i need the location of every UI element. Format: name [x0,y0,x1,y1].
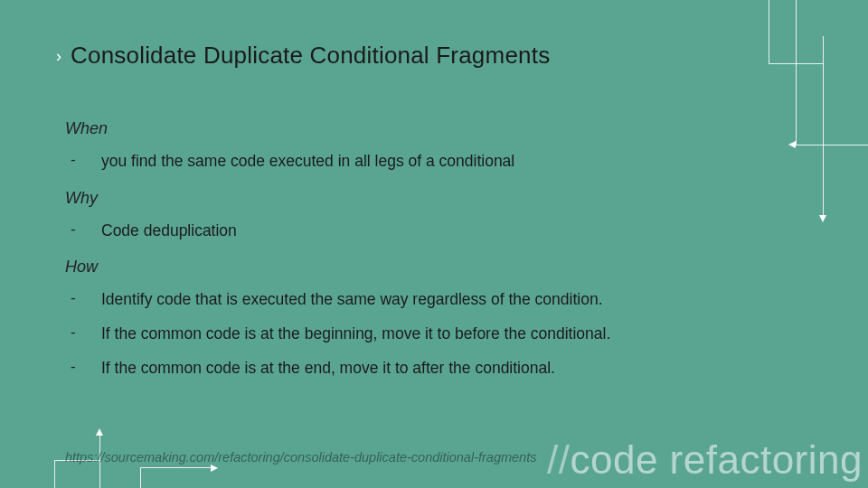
watermark: //code refactoring [547,437,863,483]
deco-line [769,0,769,63]
list-item-text: If the common code is at the beginning, … [101,324,610,345]
arrow-down-icon [819,215,826,222]
list-item-text: Identify code that is executed the same … [101,289,603,311]
dash-icon: - [71,221,80,242]
dash-icon: - [71,151,80,173]
list-item: - Code deduplication [65,221,814,242]
dash-icon: - [71,358,80,380]
footer-url: https://sourcemaking.com/refactoring/con… [65,450,536,465]
deco-line [140,467,212,468]
watermark-word1: code [570,437,657,482]
section-why-label: Why [65,189,814,208]
section-when-label: When [65,119,814,138]
arrow-up-icon [96,428,103,436]
slide-title-row: › Consolidate Duplicate Conditional Frag… [56,42,550,70]
list-item: - Identify code that is executed the sam… [65,289,814,311]
deco-line [823,36,824,217]
dash-icon: - [71,324,80,345]
deco-line [54,461,55,488]
slide: › Consolidate Duplicate Conditional Frag… [0,0,868,488]
list-item: - If the common code is at the end, move… [65,358,814,380]
section-how-label: How [65,258,814,277]
list-item-text: If the common code is at the end, move i… [101,358,555,380]
list-item: - you find the same code executed in all… [65,151,814,173]
list-item-text: you find the same code executed in all l… [101,151,514,173]
deco-line [140,468,141,488]
list-item-text: Code deduplication [101,221,237,242]
slide-content: When - you find the same code executed i… [65,119,814,391]
watermark-slashes: // [547,437,570,482]
arrow-right-icon [211,465,218,472]
title-bullet-icon: › [56,48,61,64]
watermark-word2: refactoring [670,437,863,482]
slide-title: Consolidate Duplicate Conditional Fragme… [71,42,550,70]
dash-icon: - [71,289,80,311]
list-item: - If the common code is at the beginning… [65,324,814,345]
